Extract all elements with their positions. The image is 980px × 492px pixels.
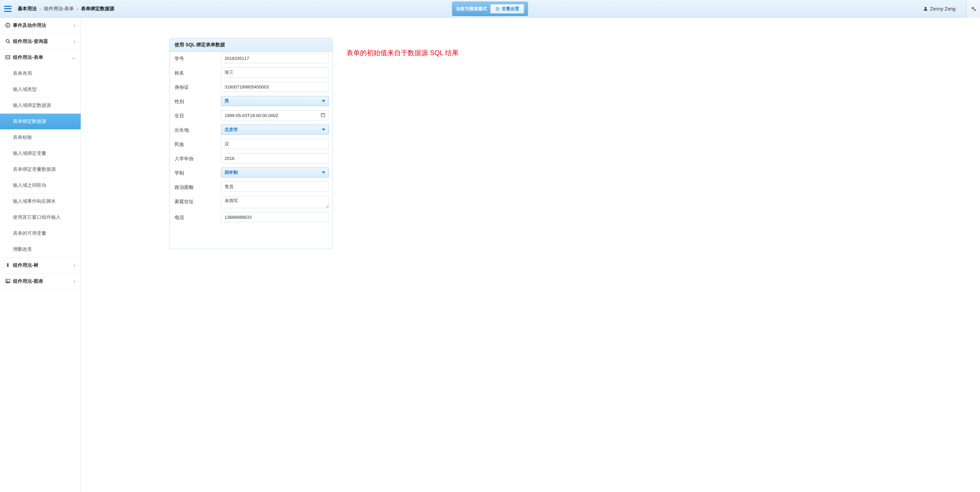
layout: 事件及动作用法‹组件用法-查询器‹组件用法-表单⌄表单布局输入域类型输入域绑定数… <box>0 18 980 492</box>
breadcrumb-level-1[interactable]: 组件用法-表单 <box>44 6 74 12</box>
text-input[interactable] <box>221 153 329 163</box>
sidebar-subitem[interactable]: 表单布局 <box>0 65 81 81</box>
text-input[interactable] <box>221 139 329 149</box>
form-control: 北京市 <box>221 124 329 135</box>
topbar: 基本用法 › 组件用法-表单 › 表单绑定数据源 当前为预览模式 变量设置 Ze… <box>0 0 980 18</box>
form-label: 电话 <box>173 212 221 223</box>
tree-icon <box>5 263 10 269</box>
variable-settings-button[interactable]: 变量设置 <box>490 4 524 14</box>
breadcrumb: 基本用法 › 组件用法-表单 › 表单绑定数据源 <box>18 6 115 12</box>
form-control <box>221 82 329 92</box>
caret-down-icon <box>322 129 325 131</box>
select-input[interactable]: 男 <box>221 96 329 106</box>
select-value: 北京市 <box>224 127 238 133</box>
chevron-left-icon: ‹ <box>74 39 75 44</box>
form-control: 男 <box>221 96 329 106</box>
sidebar-subitem[interactable]: 增删改查 <box>0 241 81 257</box>
svg-rect-1 <box>8 25 8 26</box>
form-row: 电话 <box>170 211 332 225</box>
settings-button[interactable] <box>966 0 980 18</box>
sidebar-group-header[interactable]: 组件用法-表单⌄ <box>0 50 81 65</box>
calendar-icon <box>321 113 325 118</box>
svg-rect-5 <box>6 55 10 59</box>
sidebar-subitem[interactable]: 使用其它窗口组件输入 <box>0 209 81 225</box>
form-row: 政治面貌 <box>170 180 332 194</box>
form-control <box>221 67 329 78</box>
textarea-input[interactable]: 未填写 <box>221 196 329 208</box>
sidebar-group-label: 事件及动作用法 <box>13 22 46 29</box>
select-value: 四年制 <box>224 169 238 175</box>
form-row: 入学年份 <box>170 152 332 166</box>
note-text: 表单的初始值来自于数据源 SQL 结果 <box>347 48 459 57</box>
text-input[interactable] <box>221 67 329 78</box>
breadcrumb-sep: › <box>76 6 78 11</box>
text-input[interactable] <box>221 82 329 92</box>
menu-toggle-button[interactable] <box>4 6 11 12</box>
form-row: 身份证 <box>170 80 332 95</box>
form-row: 出生地北京市 <box>170 123 332 137</box>
sidebar-group-label: 组件用法-图表 <box>13 278 43 285</box>
grid-icon <box>5 55 10 61</box>
form-row: 性别男 <box>170 95 332 109</box>
date-value: 1998-05-03T16:00:00.000Z <box>224 113 278 118</box>
sidebar-group-label: 组件用法-查询器 <box>13 38 48 45</box>
form-control <box>221 53 329 63</box>
sidebar-subitem[interactable]: 输入域事件响应脚本 <box>0 193 81 209</box>
sidebar: 事件及动作用法‹组件用法-查询器‹组件用法-表单⌄表单布局输入域类型输入域绑定数… <box>0 18 81 492</box>
sidebar-group-header[interactable]: 组件用法-图表‹ <box>0 274 81 289</box>
breadcrumb-current: 表单绑定数据源 <box>81 6 115 12</box>
sidebar-subitem[interactable]: 表单的可用变量 <box>0 225 81 241</box>
sidebar-group: 组件用法-树‹ <box>0 258 81 274</box>
sidebar-subitem[interactable]: 输入域之间联动 <box>0 177 81 193</box>
form-label: 生日 <box>173 110 221 122</box>
form-row: 姓名 <box>170 66 332 80</box>
form-label: 家庭住址 <box>173 196 221 207</box>
sidebar-subitem[interactable]: 输入域绑定数据源 <box>0 97 81 113</box>
user-menu[interactable]: Zenny Zeng <box>923 6 956 11</box>
chevron-down-icon: ⌄ <box>72 55 75 60</box>
sidebar-group-header[interactable]: 组件用法-树‹ <box>0 258 81 273</box>
sidebar-group: 组件用法-表单⌄表单布局输入域类型输入域绑定数据源表单绑定数据源表单校验输入域绑… <box>0 50 81 258</box>
select-input[interactable]: 四年制 <box>221 167 329 178</box>
svg-point-3 <box>6 39 9 42</box>
breadcrumb-sep: › <box>40 6 41 11</box>
sidebar-group-header[interactable]: 事件及动作用法‹ <box>0 18 81 33</box>
text-input[interactable] <box>221 182 329 192</box>
chevron-left-icon: ‹ <box>74 263 75 268</box>
form-control: 1998-05-03T16:00:00.000Z <box>221 110 329 121</box>
sidebar-subitem[interactable]: 输入域绑定变量 <box>0 145 81 161</box>
text-input[interactable] <box>221 212 329 222</box>
form-panel: 使用 SQL 绑定表单数据 学号姓名身份证性别男生日1998-05-03T16:… <box>169 38 333 249</box>
user-icon <box>923 6 928 11</box>
form-label: 民族 <box>173 139 221 150</box>
form-label: 性别 <box>173 96 221 108</box>
form-control: 四年制 <box>221 167 329 178</box>
sidebar-subitem[interactable]: 表单绑定数据源 <box>0 113 81 129</box>
sidebar-subitem[interactable]: 输入域类型 <box>0 81 81 97</box>
sidebar-subitem[interactable]: 表单绑定变量数据源 <box>0 161 81 177</box>
sliders-icon <box>495 6 500 11</box>
form-row: 家庭住址未填写 <box>170 194 332 211</box>
form-label: 学号 <box>173 53 221 65</box>
date-input[interactable]: 1998-05-03T16:00:00.000Z <box>221 110 329 121</box>
form-control <box>221 139 329 149</box>
sidebar-subitem[interactable]: 表单校验 <box>0 129 81 145</box>
info-circle-icon <box>5 23 10 29</box>
sidebar-group: 事件及动作用法‹ <box>0 18 81 34</box>
chevron-left-icon: ‹ <box>74 23 75 28</box>
form-row: 民族 <box>170 137 332 152</box>
form-label: 政治面貌 <box>173 182 221 193</box>
breadcrumb-root[interactable]: 基本用法 <box>18 6 37 12</box>
svg-line-4 <box>9 42 10 43</box>
select-input[interactable]: 北京市 <box>221 124 329 135</box>
preview-mode-label: 当前为预览模式 <box>456 6 487 12</box>
topbar-right: Zenny Zeng <box>923 0 976 18</box>
sidebar-group-label: 组件用法-表单 <box>13 54 43 61</box>
text-input[interactable] <box>221 53 329 63</box>
sidebar-group-header[interactable]: 组件用法-查询器‹ <box>0 34 81 49</box>
form-label: 入学年份 <box>173 153 221 165</box>
form-control <box>221 182 329 192</box>
form-row: 生日1998-05-03T16:00:00.000Z <box>170 109 332 123</box>
image-icon <box>5 279 10 285</box>
preview-mode-bar: 当前为预览模式 变量设置 <box>452 2 528 16</box>
